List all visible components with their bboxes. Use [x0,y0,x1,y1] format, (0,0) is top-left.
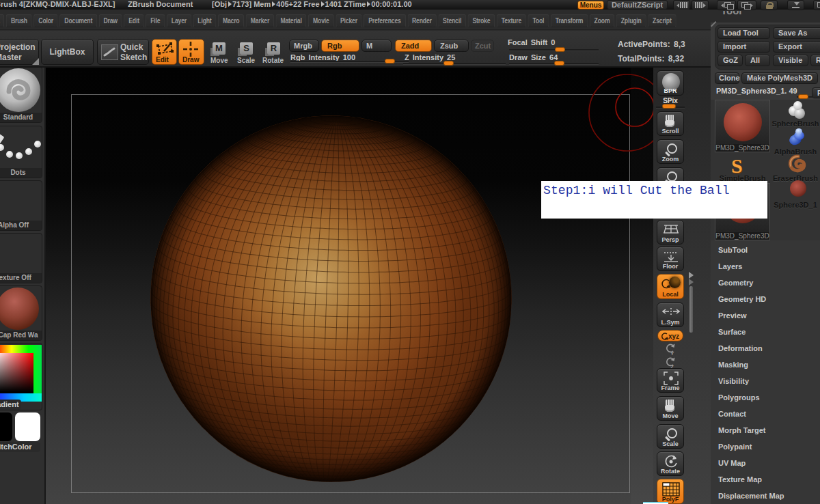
svg-text:Y: Y [670,350,674,356]
